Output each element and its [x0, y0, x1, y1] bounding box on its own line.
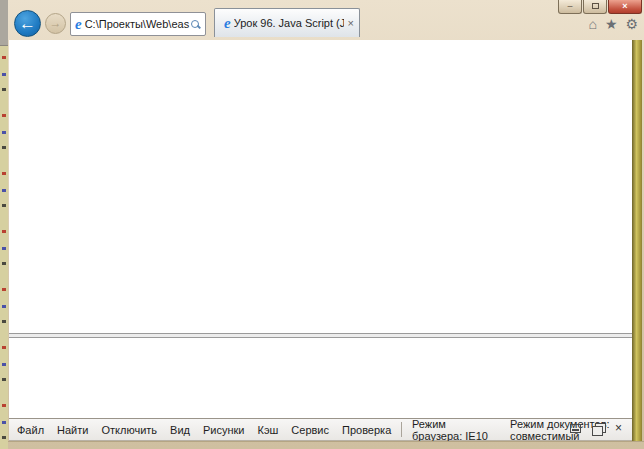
- background-editor-strip-left: [0, 0, 8, 449]
- address-bar[interactable]: e C:\Проекты\Web\eas ▾ ↻: [70, 12, 206, 36]
- menu-item-view[interactable]: Вид: [170, 424, 190, 436]
- menu-item-validate[interactable]: Проверка: [342, 424, 391, 436]
- forward-button[interactable]: →: [45, 13, 66, 34]
- background-editor-strip-right: [632, 40, 642, 441]
- minimize-button[interactable]: –: [558, 0, 582, 14]
- search-icon[interactable]: [191, 20, 200, 29]
- devbar-menu: Файл Найти Отключить Вид Рисунки Кэш Сер…: [9, 424, 391, 436]
- maximize-icon: [592, 3, 599, 9]
- menu-item-disable[interactable]: Отключить: [101, 424, 157, 436]
- menu-item-file[interactable]: Файл: [17, 424, 44, 436]
- close-button[interactable]: ×: [608, 0, 642, 14]
- maximize-button[interactable]: [583, 0, 607, 14]
- devbar-restore-icon[interactable]: [592, 423, 605, 434]
- devbar-minimize-icon[interactable]: [569, 423, 582, 434]
- settings-gear-icon[interactable]: ⚙: [625, 16, 638, 32]
- menu-item-cache[interactable]: Кэш: [257, 424, 278, 436]
- tab-favicon: e: [220, 15, 234, 32]
- divider: [401, 422, 402, 437]
- menu-item-tools[interactable]: Сервис: [291, 424, 329, 436]
- home-icon[interactable]: ⌂: [588, 16, 596, 32]
- devbar-close-icon[interactable]: ×: [615, 423, 622, 434]
- browser-mode-label[interactable]: Режим браузера: IE10: [412, 418, 492, 442]
- ie-page-icon: e: [71, 16, 85, 33]
- tab-title: Урок 96. Java Script (JS): Фр...: [234, 17, 344, 29]
- tab-close-icon[interactable]: ×: [348, 17, 354, 29]
- developer-toolbar: Файл Найти Отключить Вид Рисунки Кэш Сер…: [9, 418, 632, 441]
- address-input[interactable]: C:\Проекты\Web\eas: [85, 18, 189, 30]
- window-controls: – ×: [557, 0, 642, 15]
- chevron-down-icon[interactable]: ▾: [202, 20, 206, 29]
- window-bottom-border: [8, 441, 644, 449]
- navigation-bar: ← → e C:\Проекты\Web\eas ▾ ↻ e Урок 96. …: [8, 8, 644, 40]
- background-editor-code-flecks: [0, 47, 8, 443]
- browser-tab[interactable]: e Урок 96. Java Script (JS): Фр... ×: [214, 8, 360, 37]
- back-button[interactable]: ←: [14, 10, 41, 37]
- menu-item-images[interactable]: Рисунки: [203, 424, 245, 436]
- frame-border-horizontal[interactable]: [9, 333, 632, 338]
- favorites-star-icon[interactable]: ★: [605, 16, 618, 32]
- background-app-corner: [0, 0, 8, 46]
- menu-item-find[interactable]: Найти: [57, 424, 88, 436]
- frameset-area: [9, 40, 632, 441]
